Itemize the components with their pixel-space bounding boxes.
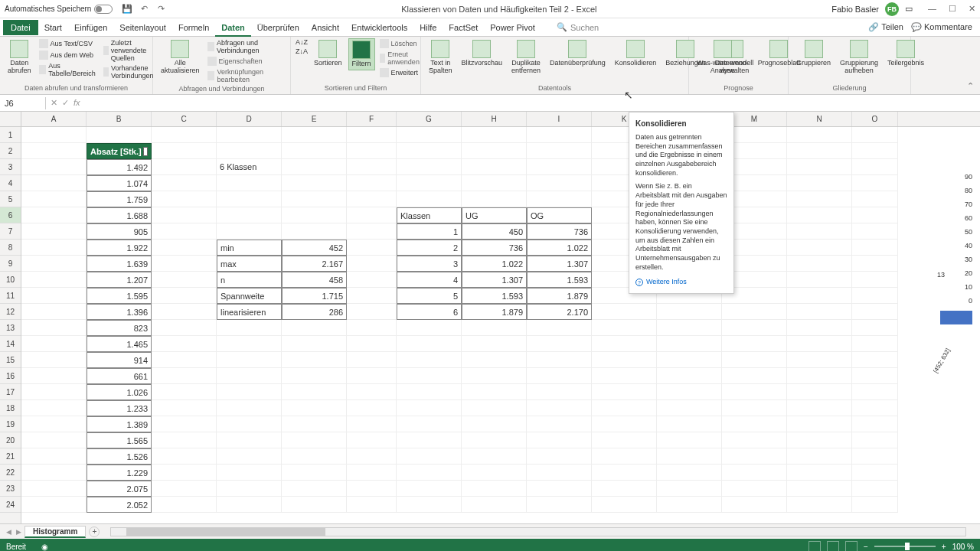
cell-G2[interactable] — [397, 143, 462, 159]
cell-G7[interactable]: 1 — [397, 223, 462, 240]
cell-C1[interactable] — [152, 127, 217, 143]
cell-D19[interactable] — [217, 416, 282, 432]
cell-E5[interactable] — [282, 191, 347, 207]
cell-I6[interactable]: OG — [527, 207, 592, 223]
cell-L22[interactable] — [657, 465, 722, 481]
cell-N6[interactable] — [787, 207, 852, 223]
horizontal-scrollbar[interactable] — [110, 527, 966, 536]
cell-O11[interactable] — [852, 288, 898, 304]
cell-C24[interactable] — [152, 497, 217, 513]
cell-H2[interactable] — [462, 143, 527, 159]
cell-M22[interactable] — [722, 465, 787, 481]
ribbon-teilergebnis[interactable]: Teilergebnis — [884, 38, 927, 69]
cell-O2[interactable] — [852, 143, 898, 159]
cell-O3[interactable] — [852, 159, 898, 175]
cell-H11[interactable]: 1.593 — [462, 288, 527, 304]
zoom-slider[interactable] — [874, 546, 936, 547]
cell-K15[interactable] — [592, 352, 657, 368]
cell-B22[interactable]: 1.229 — [87, 465, 152, 481]
cell-M23[interactable] — [722, 481, 787, 497]
cell-C3[interactable] — [152, 159, 217, 175]
cell-A15[interactable] — [21, 352, 87, 368]
cell-N19[interactable] — [787, 416, 852, 432]
name-box[interactable]: J6 — [0, 97, 46, 109]
cell-A10[interactable] — [21, 272, 87, 288]
from-web[interactable]: Aus dem Web — [38, 50, 100, 60]
cell-L19[interactable] — [657, 416, 722, 432]
cell-I4[interactable] — [527, 175, 592, 191]
cell-E1[interactable] — [282, 127, 347, 143]
cell-M14[interactable] — [722, 336, 787, 352]
cell-M19[interactable] — [722, 416, 787, 432]
cell-H13[interactable] — [462, 320, 527, 336]
col-header-H[interactable]: H — [462, 112, 527, 126]
cell-H23[interactable] — [462, 481, 527, 497]
cell-E15[interactable] — [282, 352, 347, 368]
cell-M16[interactable] — [722, 368, 787, 384]
cell-C23[interactable] — [152, 481, 217, 497]
row-header-15[interactable]: 15 — [0, 352, 21, 368]
cell-O14[interactable] — [852, 336, 898, 352]
cell-D13[interactable] — [217, 320, 282, 336]
collapse-ribbon-icon[interactable]: ⌃ — [961, 78, 980, 94]
cell-H5[interactable] — [462, 191, 527, 207]
cell-K19[interactable] — [592, 416, 657, 432]
cell-F6[interactable] — [347, 207, 397, 223]
row-header-23[interactable]: 23 — [0, 481, 21, 497]
cell-G24[interactable] — [397, 497, 462, 513]
cell-N11[interactable] — [787, 288, 852, 304]
cell-A21[interactable] — [21, 448, 87, 465]
cell-D3[interactable]: 6 Klassen — [217, 159, 282, 175]
cell-O22[interactable] — [852, 465, 898, 481]
cell-B16[interactable]: 661 — [87, 368, 152, 384]
ribbon-duplikate[interactable]: Duplikate entfernen — [508, 38, 544, 77]
cell-N22[interactable] — [787, 465, 852, 481]
cell-B12[interactable]: 1.396 — [87, 304, 152, 320]
cell-F23[interactable] — [347, 481, 397, 497]
sort-button[interactable]: Sortieren — [311, 38, 345, 69]
save-icon[interactable]: 💾 — [122, 4, 132, 15]
cell-N17[interactable] — [787, 384, 852, 400]
share-button[interactable]: 🔗 Teilen — [868, 22, 903, 32]
cell-B20[interactable]: 1.565 — [87, 432, 152, 448]
cell-G4[interactable] — [397, 175, 462, 191]
cell-L21[interactable] — [657, 448, 722, 465]
cell-C2[interactable] — [152, 143, 217, 159]
cell-F5[interactable] — [347, 191, 397, 207]
cell-K14[interactable] — [592, 336, 657, 352]
cell-K22[interactable] — [592, 465, 657, 481]
cell-G15[interactable] — [397, 352, 462, 368]
cell-F14[interactable] — [347, 336, 397, 352]
cell-B23[interactable]: 2.075 — [87, 481, 152, 497]
col-header-D[interactable]: D — [217, 112, 282, 126]
cell-I17[interactable] — [527, 384, 592, 400]
cell-G5[interactable] — [397, 191, 462, 207]
cell-I10[interactable]: 1.593 — [527, 272, 592, 288]
cell-F22[interactable] — [347, 465, 397, 481]
cell-E12[interactable]: 286 — [282, 304, 347, 320]
cell-K18[interactable] — [592, 400, 657, 416]
cell-C17[interactable] — [152, 384, 217, 400]
cell-L24[interactable] — [657, 497, 722, 513]
cell-D9[interactable]: max — [217, 256, 282, 272]
cell-I1[interactable] — [527, 127, 592, 143]
cell-N13[interactable] — [787, 320, 852, 336]
cell-N12[interactable] — [787, 304, 852, 320]
from-table[interactable]: Aus Tabelle/Bereich — [38, 61, 100, 78]
cell-A19[interactable] — [21, 416, 87, 432]
cell-B10[interactable]: 1.207 — [87, 272, 152, 288]
cell-L14[interactable] — [657, 336, 722, 352]
cell-H12[interactable]: 1.879 — [462, 304, 527, 320]
cell-A2[interactable] — [21, 143, 87, 159]
row-header-21[interactable]: 21 — [0, 448, 21, 465]
ribbon-display-icon[interactable]: ▭ — [905, 4, 913, 14]
cell-A23[interactable] — [21, 481, 87, 497]
cell-O9[interactable] — [852, 256, 898, 272]
cell-M13[interactable] — [722, 320, 787, 336]
cell-D17[interactable] — [217, 384, 282, 400]
row-header-5[interactable]: 5 — [0, 191, 21, 207]
cell-B11[interactable]: 1.595 — [87, 288, 152, 304]
cell-D1[interactable] — [217, 127, 282, 143]
col-header-F[interactable]: F — [347, 112, 397, 126]
cell-O18[interactable] — [852, 400, 898, 416]
